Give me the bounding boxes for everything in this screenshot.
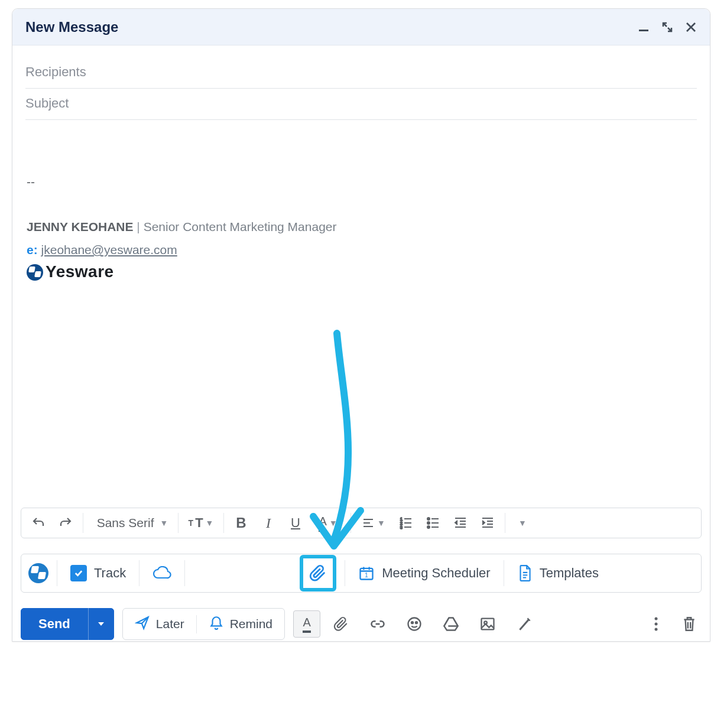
schedule-group: Later Remind (122, 608, 285, 640)
later-button[interactable]: Later (123, 615, 196, 633)
recipients-input[interactable] (25, 57, 697, 89)
chevron-down-icon: ▼ (206, 518, 214, 528)
font-size-button[interactable]: TT ▼ (184, 512, 218, 534)
signature-email-label: e: (27, 243, 38, 256)
signature-divider: -- (27, 173, 696, 191)
compose-bottom-bar: Send Later Remind A (21, 607, 702, 641)
chevron-down-icon: ▼ (160, 518, 168, 528)
indent-less-button[interactable] (449, 512, 472, 534)
yesware-toolbar: Track 1 (21, 554, 702, 593)
yesware-logo-icon (27, 264, 43, 281)
window-title: New Message (25, 19, 118, 35)
yesware-logo-icon[interactable] (28, 563, 48, 583)
cloud-icon (152, 566, 171, 580)
later-label: Later (156, 617, 184, 631)
signature-name: JENNY KEOHANE (27, 220, 134, 233)
chevron-down-icon: ▼ (329, 518, 337, 528)
paperclip-icon[interactable] (309, 564, 327, 582)
titlebar: New Message (12, 9, 710, 46)
more-options-button[interactable] (644, 612, 668, 636)
track-toggle[interactable]: Track (66, 565, 131, 581)
attachment-highlight (300, 555, 336, 592)
insert-link-button[interactable] (365, 612, 390, 636)
signature-brand: Yesware (27, 260, 696, 284)
track-label: Track (94, 566, 126, 581)
send-button[interactable]: Send (21, 608, 88, 640)
svg-point-5 (427, 522, 430, 524)
bullet-list-button[interactable] (422, 512, 444, 534)
signature-title: Senior Content Marketing Manager (144, 220, 337, 233)
fullscreen-icon[interactable] (661, 21, 673, 33)
svg-rect-12 (482, 619, 494, 630)
attach-button[interactable] (329, 612, 353, 636)
bell-icon (209, 615, 224, 633)
underline-button[interactable]: U (284, 512, 307, 534)
remind-button[interactable]: Remind (196, 615, 284, 633)
indent-more-button[interactable] (476, 512, 499, 534)
close-icon[interactable] (685, 21, 697, 33)
insert-emoji-button[interactable] (402, 612, 427, 636)
window-actions (638, 21, 697, 33)
svg-point-9 (408, 618, 421, 630)
remind-label: Remind (230, 617, 272, 631)
svg-rect-0 (639, 30, 648, 31)
text-color-button[interactable]: A ▼ (311, 512, 345, 534)
insert-tools (365, 612, 537, 636)
calendar-icon: 1 (358, 565, 375, 581)
formatting-toolbar: Sans Serif ▼ TT ▼ B I U A ▼ ▼ 123 (21, 508, 702, 538)
font-selector[interactable]: Sans Serif ▼ (89, 512, 172, 534)
minimize-icon[interactable] (638, 21, 650, 33)
svg-text:1: 1 (365, 571, 368, 578)
signature-brand-text: Yesware (46, 260, 114, 284)
svg-text:2: 2 (400, 521, 403, 525)
more-formatting-button[interactable]: ▼ (511, 512, 534, 534)
svg-point-10 (411, 622, 413, 623)
meeting-scheduler-button[interactable]: 1 Meeting Scheduler (353, 565, 495, 581)
cloud-button[interactable] (148, 566, 176, 580)
templates-button[interactable]: Templates (512, 564, 603, 582)
align-button[interactable]: ▼ (357, 512, 390, 534)
numbered-list-button[interactable]: 123 (395, 512, 417, 534)
svg-point-6 (427, 526, 430, 528)
svg-point-15 (655, 623, 658, 626)
checkbox-checked-icon (70, 565, 87, 581)
confidential-mode-button[interactable] (512, 612, 537, 636)
signature-block: JENNY KEOHANE | Senior Content Marketing… (27, 218, 696, 284)
document-icon (517, 564, 533, 582)
svg-text:3: 3 (400, 525, 403, 529)
templates-label: Templates (540, 566, 599, 581)
svg-point-16 (655, 628, 658, 631)
undo-button[interactable] (27, 512, 50, 534)
compose-body[interactable]: -- JENNY KEOHANE | Senior Content Market… (12, 120, 710, 508)
bold-button[interactable]: B (230, 512, 252, 534)
italic-button[interactable]: I (257, 512, 280, 534)
redo-button[interactable] (54, 512, 77, 534)
svg-text:1: 1 (400, 517, 403, 521)
chevron-down-icon: ▼ (377, 518, 385, 528)
send-options-button[interactable] (88, 608, 114, 640)
signature-email[interactable]: jkeohane@yesware.com (41, 243, 177, 256)
svg-point-4 (427, 518, 430, 520)
insert-image-button[interactable] (475, 612, 500, 636)
meeting-scheduler-label: Meeting Scheduler (382, 566, 490, 581)
svg-point-14 (655, 618, 658, 620)
text-color-tool[interactable]: A (293, 610, 320, 638)
paper-plane-icon (135, 615, 150, 633)
send-group: Send (21, 608, 114, 640)
fields-area (12, 46, 710, 120)
font-name-label: Sans Serif (93, 516, 158, 530)
svg-point-11 (416, 622, 417, 623)
subject-input[interactable] (25, 89, 697, 120)
insert-drive-button[interactable] (439, 612, 463, 636)
discard-button[interactable] (677, 612, 702, 636)
chevron-down-icon: ▼ (518, 518, 527, 528)
compose-window: New Message -- JENNY KEOHANE | Senior (12, 8, 710, 642)
